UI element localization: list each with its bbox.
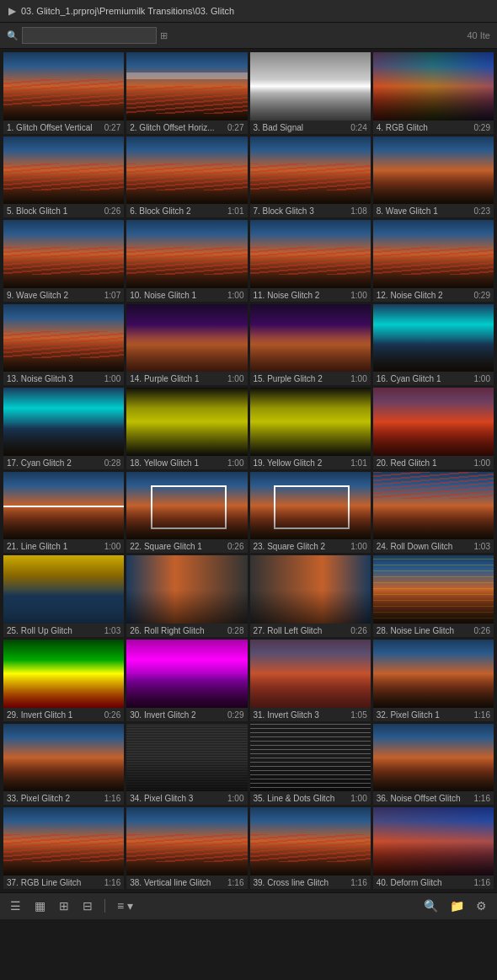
item-duration: 1:00 bbox=[474, 374, 490, 383]
grid-item-23[interactable]: 23. Square Glitch 2 1:00 bbox=[250, 472, 371, 554]
grid-item-11[interactable]: 11. Noise Glitch 2 1:00 bbox=[250, 220, 371, 302]
item-duration: 1:00 bbox=[227, 458, 243, 468]
thumb-bg bbox=[373, 52, 494, 120]
item-name: 17. Cyan Glitch 2 bbox=[7, 458, 101, 468]
grid-item-12[interactable]: 12. Noise Glitch 2 0:29 bbox=[373, 220, 494, 302]
grid-item-14[interactable]: 14. Purple Glitch 1 1:00 bbox=[126, 304, 247, 386]
thumbnail bbox=[126, 724, 247, 792]
grid-item-1[interactable]: 1. Glitch Offset Vertical 0:27 bbox=[3, 52, 124, 134]
item-name: 11. Noise Glitch 2 bbox=[254, 291, 348, 300]
grid-item-19[interactable]: 19. Yellow Glitch 2 1:01 bbox=[250, 388, 371, 469]
road-overlay bbox=[126, 422, 247, 456]
grid-view-button[interactable]: ⊞ bbox=[56, 897, 72, 914]
grid-item-20[interactable]: 20. Red Glitch 1 1:00 bbox=[373, 388, 494, 469]
thumbnail bbox=[3, 724, 124, 792]
road-overlay bbox=[126, 842, 247, 876]
thumbnail bbox=[250, 220, 371, 288]
grid-item-28[interactable]: 28. Noise Line Glitch 0:26 bbox=[373, 555, 494, 637]
thumb-bg bbox=[126, 640, 247, 708]
item-duration: 1:05 bbox=[350, 710, 366, 720]
thumbnail bbox=[250, 724, 371, 792]
item-duration: 1:00 bbox=[227, 374, 243, 383]
item-duration: 0:26 bbox=[474, 626, 490, 635]
grid-item-36[interactable]: 36. Noise Offset Glitch 1:16 bbox=[373, 724, 494, 806]
road-overlay bbox=[373, 842, 494, 876]
folder-button[interactable]: 📁 bbox=[446, 897, 468, 914]
list-view-button[interactable]: ☰ bbox=[7, 897, 24, 914]
search-input[interactable] bbox=[22, 27, 157, 44]
thumb-bg bbox=[3, 724, 124, 792]
thumb-bg bbox=[3, 52, 124, 120]
thumb-bg bbox=[373, 304, 494, 372]
grid-item-3[interactable]: 3. Bad Signal 0:24 bbox=[250, 52, 371, 134]
item-duration: 1:16 bbox=[350, 878, 366, 887]
grid-item-37[interactable]: 37. RGB Line Glitch 1:16 bbox=[3, 807, 124, 889]
item-name: 38. Vertical line Glitch bbox=[130, 878, 224, 887]
item-label: 22. Square Glitch 1 0:26 bbox=[126, 539, 247, 553]
thumb-bg bbox=[126, 388, 247, 456]
grid-item-18[interactable]: 18. Yellow Glitch 1 1:00 bbox=[126, 388, 247, 469]
grid-item-2[interactable]: 2. Glitch Offset Horiz... 0:27 bbox=[126, 52, 247, 134]
item-duration: 1:00 bbox=[350, 542, 366, 551]
grid-item-9[interactable]: 9. Wave Glitch 2 1:07 bbox=[3, 220, 124, 302]
item-name: 5. Block Glitch 1 bbox=[7, 206, 101, 216]
grid-item-26[interactable]: 26. Roll Right Glitch 0:28 bbox=[126, 555, 247, 637]
grid-item-35[interactable]: 35. Line & Dots Glitch 1:00 bbox=[250, 724, 371, 806]
thumb-bg bbox=[250, 724, 371, 792]
grid-item-15[interactable]: 15. Purple Glitch 2 1:00 bbox=[250, 304, 371, 386]
item-duration: 0:26 bbox=[104, 710, 120, 720]
item-duration: 1:07 bbox=[104, 291, 120, 300]
grid-item-5[interactable]: 5. Block Glitch 1 0:26 bbox=[3, 137, 124, 218]
grid-item-7[interactable]: 7. Block Glitch 3 1:08 bbox=[250, 137, 371, 218]
icon-view-button[interactable]: ▦ bbox=[31, 897, 49, 914]
item-name: 24. Roll Down Glitch bbox=[377, 542, 471, 551]
grid-item-39[interactable]: 39. Cross line Glitch 1:16 bbox=[250, 807, 371, 889]
grid-item-21[interactable]: 21. Line Glitch 1 1:00 bbox=[3, 472, 124, 554]
item-label: 7. Block Glitch 3 1:08 bbox=[250, 204, 371, 217]
thumbnail bbox=[126, 52, 247, 120]
item-name: 27. Roll Left Glitch bbox=[254, 626, 348, 635]
settings-button[interactable]: ⚙ bbox=[473, 897, 490, 914]
grid-item-4[interactable]: 4. RGB Glitch 0:29 bbox=[373, 52, 494, 134]
grid-item-25[interactable]: 25. Roll Up Glitch 1:03 bbox=[3, 555, 124, 637]
item-name: 9. Wave Glitch 2 bbox=[7, 291, 101, 300]
grid-item-31[interactable]: 31. Invert Glitch 3 1:05 bbox=[250, 640, 371, 721]
item-duration: 0:28 bbox=[227, 626, 243, 635]
road-overlay bbox=[373, 338, 494, 372]
grid-item-40[interactable]: 40. Deform Glitch 1:16 bbox=[373, 807, 494, 889]
grid-item-33[interactable]: 33. Pixel Glitch 2 1:16 bbox=[3, 724, 124, 806]
thumbnail bbox=[250, 52, 371, 120]
item-duration: 0:29 bbox=[227, 710, 243, 720]
grid-item-17[interactable]: 17. Cyan Glitch 2 0:28 bbox=[3, 388, 124, 469]
item-duration: 1:16 bbox=[474, 710, 490, 720]
grid-item-34[interactable]: 34. Pixel Glitch 3 1:00 bbox=[126, 724, 247, 806]
thumb-bg bbox=[3, 220, 124, 288]
search-icon: 🔍 bbox=[7, 30, 19, 41]
thumb-bg bbox=[3, 137, 124, 205]
freeform-view-button[interactable]: ⊟ bbox=[79, 897, 96, 914]
thumb-bg bbox=[250, 304, 371, 372]
grid-item-13[interactable]: 13. Noise Glitch 3 1:00 bbox=[3, 304, 124, 386]
search-button[interactable]: 🔍 bbox=[420, 897, 441, 914]
road-overlay bbox=[3, 506, 124, 539]
item-duration: 1:16 bbox=[104, 794, 120, 803]
road-overlay bbox=[126, 254, 247, 287]
grid-item-24[interactable]: 24. Roll Down Glitch 1:03 bbox=[373, 472, 494, 554]
grid-item-38[interactable]: 38. Vertical line Glitch 1:16 bbox=[126, 807, 247, 889]
grid-item-30[interactable]: 30. Invert Glitch 2 0:29 bbox=[126, 640, 247, 721]
grid-item-10[interactable]: 10. Noise Glitch 1 1:00 bbox=[126, 220, 247, 302]
grid-item-27[interactable]: 27. Roll Left Glitch 0:26 bbox=[250, 555, 371, 637]
grid-item-32[interactable]: 32. Pixel Glitch 1 1:16 bbox=[373, 640, 494, 721]
item-name: 25. Roll Up Glitch bbox=[7, 626, 101, 635]
grid-item-8[interactable]: 8. Wave Glitch 1 0:23 bbox=[373, 137, 494, 218]
search-bar: 🔍 ⊞ 40 Ite bbox=[0, 23, 497, 49]
sort-button[interactable]: ≡ ▾ bbox=[114, 897, 136, 914]
grid-item-29[interactable]: 29. Invert Glitch 1 0:26 bbox=[3, 640, 124, 721]
thumb-bg bbox=[126, 137, 247, 205]
grid-item-6[interactable]: 6. Block Glitch 2 1:01 bbox=[126, 137, 247, 218]
grid-item-22[interactable]: 22. Square Glitch 1 0:26 bbox=[126, 472, 247, 554]
grid-item-16[interactable]: 16. Cyan Glitch 1 1:00 bbox=[373, 304, 494, 386]
item-name: 34. Pixel Glitch 3 bbox=[130, 794, 224, 803]
grid-toggle[interactable]: ⊞ bbox=[160, 30, 168, 41]
item-name: 13. Noise Glitch 3 bbox=[7, 374, 101, 383]
